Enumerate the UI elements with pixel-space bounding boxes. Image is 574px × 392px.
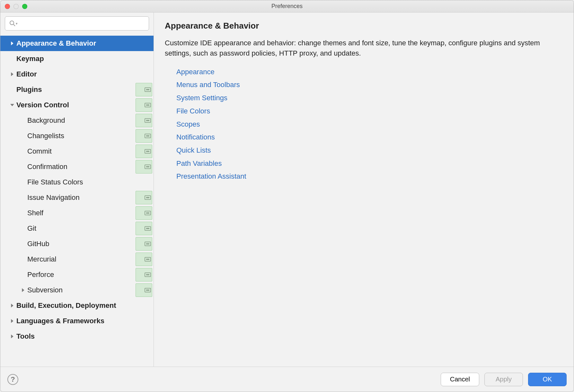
project-level-icon (145, 288, 151, 292)
tree-item-label: Shelf (27, 209, 142, 217)
tree-item[interactable]: Shelf (0, 205, 154, 221)
tree-item-label: Background (27, 116, 142, 125)
chevron-right-icon[interactable] (8, 41, 16, 45)
page-link[interactable]: Presentation Assistant (176, 170, 563, 183)
tree-item[interactable]: Keymap (0, 51, 154, 67)
page-link[interactable]: System Settings (176, 92, 563, 105)
chevron-right-icon[interactable] (8, 319, 16, 323)
ok-button[interactable]: OK (528, 373, 567, 386)
tree-item[interactable]: Version Control (0, 97, 154, 113)
tree-item[interactable]: Commit (0, 144, 154, 159)
tree-item-label: Languages & Frameworks (16, 317, 151, 325)
tree-item[interactable]: Languages & Frameworks (0, 313, 154, 329)
window-title: Preferences (0, 3, 574, 10)
page-link[interactable]: Notifications (176, 131, 563, 144)
tree-item-label: Perforce (27, 271, 142, 279)
chevron-right-icon[interactable] (8, 304, 16, 307)
tree-item[interactable]: Editor (0, 67, 154, 82)
tree-item-label: Mercurial (27, 255, 142, 263)
page-link[interactable]: Path Variables (176, 157, 563, 170)
chevron-right-icon[interactable] (8, 72, 16, 76)
tree-item[interactable]: Tools (0, 329, 154, 344)
tree-item-label: Plugins (16, 85, 142, 94)
project-level-icon (145, 226, 151, 231)
titlebar: Preferences (0, 0, 574, 13)
tree-item-label: Appearance & Behavior (16, 39, 151, 48)
project-level-icon (145, 87, 151, 92)
tree-item[interactable]: File Status Colors (0, 174, 154, 190)
project-level-icon (145, 257, 151, 262)
search-input[interactable] (5, 16, 149, 31)
page-link[interactable]: Appearance (176, 66, 563, 79)
page-link[interactable]: Menus and Toolbars (176, 78, 563, 92)
page-link[interactable]: File Colors (176, 105, 563, 118)
search-field: ▾ (5, 16, 149, 31)
tree-item[interactable]: Build, Execution, Deployment (0, 298, 154, 313)
project-level-icon (145, 165, 151, 169)
project-level-icon (145, 195, 151, 200)
tree-item[interactable]: Subversion (0, 282, 154, 298)
tree-item[interactable]: Mercurial (0, 252, 154, 267)
tree-item[interactable]: Changelists (0, 128, 154, 144)
tree-item[interactable]: Confirmation (0, 159, 154, 174)
page-description: Customize IDE appearance and behavior: c… (165, 38, 544, 58)
project-level-icon (145, 211, 151, 215)
content-area: Appearance & Behavior Customize IDE appe… (154, 13, 574, 367)
chevron-right-icon[interactable] (19, 288, 27, 292)
tree-item[interactable]: Background (0, 113, 154, 128)
tree-item-label: Editor (16, 70, 151, 78)
page-link[interactable]: Scopes (176, 118, 563, 131)
tree-item-label: Commit (27, 147, 142, 156)
tree-item-label: Issue Navigation (27, 193, 142, 202)
chevron-right-icon[interactable] (8, 334, 16, 338)
tree-item-label: Build, Execution, Deployment (16, 301, 151, 310)
project-level-icon (145, 242, 151, 246)
project-level-icon (145, 272, 151, 277)
page-link[interactable]: Quick Lists (176, 144, 563, 157)
project-level-icon (145, 149, 151, 154)
project-level-icon (145, 103, 151, 107)
tree-item[interactable]: Appearance & Behavior (0, 36, 154, 51)
tree-item-label: Version Control (16, 101, 142, 109)
tree-item-label: Tools (16, 332, 151, 341)
svg-line-1 (13, 24, 15, 26)
svg-point-0 (10, 21, 14, 25)
chevron-down-icon[interactable] (8, 103, 16, 107)
project-level-icon (145, 118, 151, 123)
preferences-window: Preferences ▾ Appearance & BehaviorKeyma… (0, 0, 574, 392)
search-icon: ▾ (9, 20, 18, 27)
tree-item[interactable]: Git (0, 221, 154, 236)
project-level-icon (145, 134, 151, 138)
tree-item-label: Confirmation (27, 163, 142, 171)
apply-button[interactable]: Apply (484, 373, 523, 386)
tree-item-label: Git (27, 224, 142, 233)
tree-item[interactable]: GitHub (0, 236, 154, 252)
search-wrap: ▾ (0, 13, 154, 34)
sidebar: ▾ Appearance & BehaviorKeymapEditorPlugi… (0, 13, 154, 367)
tree-item[interactable]: Plugins (0, 82, 154, 97)
settings-tree[interactable]: Appearance & BehaviorKeymapEditorPlugins… (0, 34, 154, 367)
tree-item-label: Changelists (27, 132, 142, 140)
help-button[interactable]: ? (7, 374, 18, 385)
tree-item[interactable]: Perforce (0, 267, 154, 282)
tree-item-label: File Status Colors (27, 178, 151, 186)
tree-item-label: GitHub (27, 240, 142, 248)
page-links: AppearanceMenus and ToolbarsSystem Setti… (165, 66, 563, 183)
tree-item-label: Subversion (27, 286, 142, 294)
tree-item[interactable]: Issue Navigation (0, 190, 154, 205)
tree-item-label: Keymap (16, 55, 151, 63)
cancel-button[interactable]: Cancel (441, 373, 479, 386)
dialog-footer: ? Cancel Apply OK (0, 367, 574, 392)
dialog-body: ▾ Appearance & BehaviorKeymapEditorPlugi… (0, 13, 574, 367)
page-title: Appearance & Behavior (165, 21, 563, 31)
